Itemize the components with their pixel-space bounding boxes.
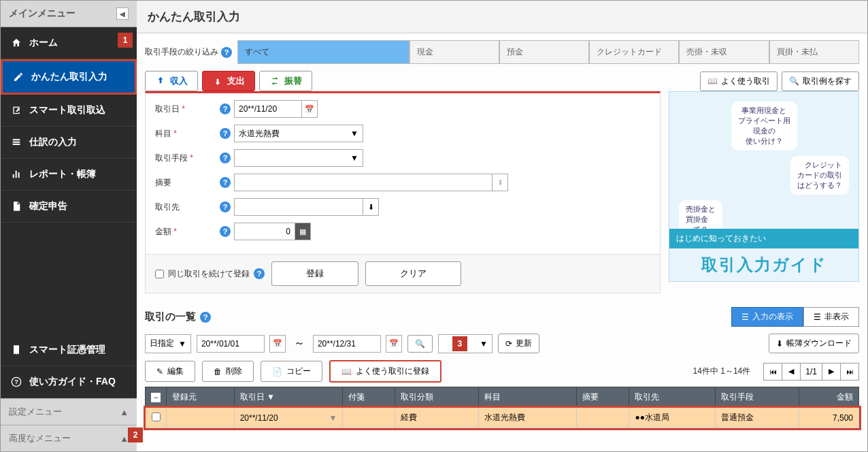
th-account[interactable]: 科目 xyxy=(478,387,577,408)
calculator-icon[interactable]: ▦ xyxy=(295,223,311,240)
summary-label: 摘要 xyxy=(155,177,216,189)
cell-account: 水道光熱費 xyxy=(478,408,577,428)
promo-panel[interactable]: 事業用現金と プライベート用 現金の 使い分け？ クレジット カードの取引 はど… xyxy=(669,91,859,282)
help-icon[interactable]: ? xyxy=(200,312,211,323)
filter-tab-cash[interactable]: 現金 xyxy=(410,40,499,64)
entry-form: 取引日 * ? 📅 科目 * ? 水道光熱費▼ 取引 xyxy=(145,91,661,255)
row-checkbox[interactable] xyxy=(152,413,161,421)
sidebar-item-tax[interactable]: 確定申告 xyxy=(1,191,137,223)
pager-prev[interactable]: ◀ xyxy=(782,363,801,381)
list-icon: ☰ xyxy=(741,312,749,322)
sidebar-item-label: レポート・帳簿 xyxy=(29,168,96,180)
filter-tab-payable[interactable]: 買掛・未払 xyxy=(769,40,859,64)
filter-tab-all[interactable]: すべて xyxy=(237,40,410,64)
marker-1: 1 xyxy=(118,33,133,48)
th-check[interactable]: − xyxy=(146,387,167,408)
pager-last[interactable]: ⏭ xyxy=(840,363,859,381)
sidebar-item-home[interactable]: ホーム 1 xyxy=(1,27,137,59)
filter-tab-receivable[interactable]: 売掛・未収 xyxy=(679,40,769,64)
income-icon xyxy=(155,76,166,86)
chevron-down-icon: ▼ xyxy=(350,129,358,138)
chart-icon xyxy=(10,168,22,180)
help-icon[interactable]: ? xyxy=(220,152,231,163)
delete-button[interactable]: 🗑削除 xyxy=(202,361,254,382)
help-icon[interactable]: ? xyxy=(220,103,231,114)
date-mode-select[interactable]: 日指定 ▼ xyxy=(145,334,191,353)
register-frequent-button[interactable]: 📖よく使う取引に登録 xyxy=(329,360,441,383)
th-tag[interactable]: 付箋 xyxy=(343,387,395,408)
transactions-table: − 登録元 取引日 ▼ 付箋 取引分類 科目 摘要 取引先 取引手段 金額 xyxy=(145,387,859,428)
list-toolbar: 日指定 ▼ 📅 ～ 📅 🔍 絞り込み ▼ 3 ⟳ 更新 ⬇帳簿ダウンロード xyxy=(145,334,859,353)
tab-expense[interactable]: 支出 xyxy=(202,71,255,91)
partner-input[interactable] xyxy=(234,198,363,216)
calendar-icon[interactable]: 📅 xyxy=(386,335,402,353)
help-icon[interactable]: ? xyxy=(220,201,231,212)
tab-income[interactable]: 収入 xyxy=(145,71,198,91)
cell-source xyxy=(167,408,235,428)
sidebar-advanced-menu[interactable]: 高度なメニュー ▲ xyxy=(1,425,137,451)
sidebar-item-receipt-mgmt[interactable]: スマート証憑管理 xyxy=(1,334,137,366)
refresh-button[interactable]: ⟳ 更新 xyxy=(498,334,539,353)
edit-button[interactable]: ✎編集 xyxy=(145,361,195,382)
action-bar: ✎編集 🗑削除 📄コピー 📖よく使う取引に登録 14件中 1～14件 ⏮ ◀ 1… xyxy=(145,360,859,383)
frequent-transactions-button[interactable]: 📖 よく使う取引 xyxy=(700,71,778,91)
filter-row: 取引手段の絞り込み ? すべて 現金 預金 クレジットカード 売掛・未収 買掛・… xyxy=(145,40,859,64)
th-amount[interactable]: 金額 xyxy=(799,387,858,408)
th-source[interactable]: 登録元 xyxy=(167,387,235,408)
pager-first[interactable]: ⏮ xyxy=(763,363,782,381)
help-icon[interactable]: ? xyxy=(221,47,232,58)
method-label: 取引手段 * xyxy=(155,152,216,164)
help-icon[interactable]: ? xyxy=(220,177,231,188)
help-icon[interactable]: ? xyxy=(220,128,231,139)
help-icon[interactable]: ? xyxy=(254,268,265,279)
continue-checkbox-label[interactable]: 同じ取引を続けて登録 ? xyxy=(155,268,265,280)
amount-input[interactable] xyxy=(234,223,295,240)
summary-input[interactable] xyxy=(234,174,493,191)
sidebar-item-journal[interactable]: 仕訳の入力 xyxy=(1,127,137,159)
sidebar-settings-menu[interactable]: 設定メニュー ▲ xyxy=(1,398,137,425)
cell-summary xyxy=(577,408,629,428)
main: かんたん取引入力 取引手段の絞り込み ? すべて 現金 預金 クレジットカード … xyxy=(137,1,867,451)
sidebar-item-smart-import[interactable]: スマート取引取込 xyxy=(1,95,137,127)
sidebar-item-guide-faq[interactable]: ? 使い方ガイド・FAQ xyxy=(1,366,137,398)
copy-button[interactable]: 📄コピー xyxy=(261,361,322,382)
dropdown-icon[interactable]: ⬇ xyxy=(492,174,508,191)
dropdown-icon[interactable]: ⬇ xyxy=(363,198,379,216)
search-examples-button[interactable]: 🔍 取引例を探す xyxy=(782,71,859,91)
pager-next[interactable]: ▶ xyxy=(822,363,841,381)
th-category[interactable]: 取引分類 xyxy=(395,387,478,408)
register-button[interactable]: 登録 xyxy=(271,261,358,286)
chevron-up-icon: ▲ xyxy=(120,407,129,417)
th-method[interactable]: 取引手段 xyxy=(716,387,799,408)
th-date[interactable]: 取引日 ▼ xyxy=(234,387,343,408)
sidebar-item-easy-entry[interactable]: かんたん取引入力 xyxy=(1,59,137,95)
table-row[interactable]: 20**/11/20 ▼ 経費 水道光熱費 ●●水道局 普通預金 7,500 xyxy=(146,408,859,428)
cell-tag xyxy=(343,408,395,428)
method-select[interactable]: ▼ xyxy=(234,149,363,167)
calendar-icon[interactable]: 📅 xyxy=(269,335,286,353)
clear-button[interactable]: クリア xyxy=(365,261,461,286)
sidebar-collapse-button[interactable]: ◀ xyxy=(116,7,129,20)
filter-tab-credit[interactable]: クレジットカード xyxy=(589,40,679,64)
th-partner[interactable]: 取引先 xyxy=(629,387,716,408)
date-input[interactable] xyxy=(234,100,302,118)
trash-icon: 🗑 xyxy=(214,367,222,376)
filter-select[interactable]: 絞り込み ▼ 3 xyxy=(438,334,493,353)
search-icon: 🔍 xyxy=(415,339,425,349)
date-from-input[interactable] xyxy=(197,335,265,353)
calendar-icon[interactable]: 📅 xyxy=(301,100,318,118)
help-icon[interactable]: ? xyxy=(220,226,231,237)
download-button[interactable]: ⬇帳簿ダウンロード xyxy=(769,334,859,353)
continue-checkbox[interactable] xyxy=(155,270,164,278)
filter-tab-deposit[interactable]: 預金 xyxy=(499,40,589,64)
show-input-toggle[interactable]: ☰入力の表示 xyxy=(731,307,803,327)
date-to-input[interactable] xyxy=(313,335,381,353)
th-summary[interactable]: 摘要 xyxy=(577,387,629,408)
sidebar-item-reports[interactable]: レポート・帳簿 xyxy=(1,159,137,191)
account-select[interactable]: 水道光熱費▼ xyxy=(234,125,363,142)
tab-transfer[interactable]: 振替 xyxy=(259,71,312,91)
sidebar-header: メインメニュー ◀ xyxy=(1,1,137,27)
hide-toggle[interactable]: ☰非表示 xyxy=(803,307,859,327)
date-label: 取引日 * xyxy=(155,103,216,115)
search-button[interactable]: 🔍 xyxy=(407,335,433,353)
